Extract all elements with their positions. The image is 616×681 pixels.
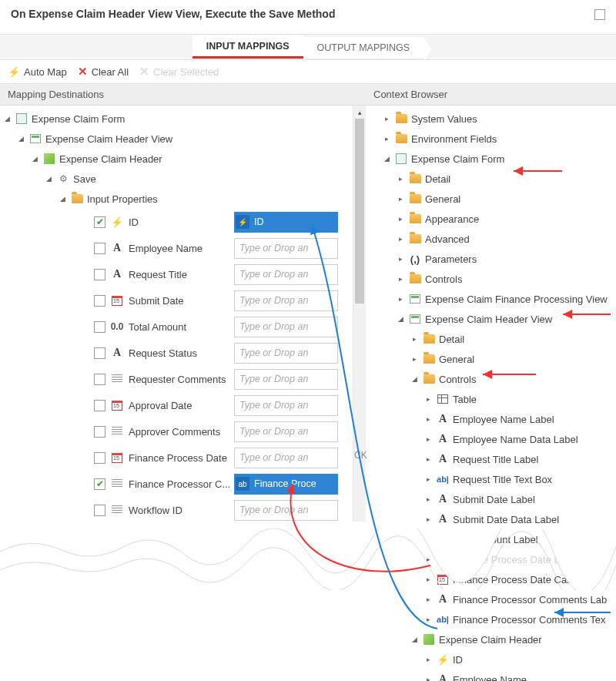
- ctx-control-item[interactable]: ▸ A Finance Processor Comments Lab: [369, 589, 616, 609]
- expand-icon[interactable]: ▸: [424, 475, 433, 483]
- ctx-smartobject[interactable]: ◢ Expense Claim Header: [369, 629, 616, 649]
- property-checkbox[interactable]: [94, 400, 105, 411]
- mapping-drop[interactable]: Type or Drop an: [234, 290, 338, 311]
- collapse-icon[interactable]: ◢: [397, 315, 405, 323]
- collapse-icon[interactable]: ◢: [3, 115, 12, 122]
- mapping-drop[interactable]: Type or Drop an: [234, 317, 338, 337]
- tree-label: Appearance: [425, 213, 479, 225]
- ctx-finance-view[interactable]: ▸ Expense Claim Finance Processing View: [369, 289, 616, 309]
- ctx-control-item[interactable]: ▸ A Employee Name Label: [369, 409, 616, 429]
- property-checkbox[interactable]: [94, 452, 105, 464]
- mapping-drop[interactable]: Type or Drop an: [234, 421, 338, 442]
- expand-icon[interactable]: ▸: [424, 435, 433, 443]
- tree-node-view[interactable]: ◢ Expense Claim Header View: [3, 129, 366, 149]
- tab-input-mappings[interactable]: INPUT MAPPINGS: [192, 35, 303, 59]
- expand-icon[interactable]: ▸: [397, 235, 405, 243]
- ctx-header-view[interactable]: ◢ Expense Claim Header View: [369, 309, 616, 329]
- property-checkbox[interactable]: [94, 374, 105, 385]
- expand-icon[interactable]: ▸: [424, 415, 433, 423]
- mapping-drop[interactable]: Type or Drop an: [234, 369, 338, 390]
- collapse-icon[interactable]: ◢: [17, 135, 25, 143]
- ctx-folder-detail[interactable]: ▸ Detail: [369, 329, 616, 349]
- ctx-form[interactable]: ◢ Expense Claim Form: [369, 149, 616, 169]
- ctx-control-item[interactable]: ▸ A Request Title Label: [369, 449, 616, 469]
- expand-icon[interactable]: ▸: [424, 495, 433, 503]
- ctx-folder-advanced[interactable]: ▸ Advanced: [369, 229, 616, 249]
- expand-icon[interactable]: ▸: [424, 616, 433, 623]
- ctx-parameters[interactable]: ▸ (,) Parameters: [369, 249, 616, 269]
- expand-icon[interactable]: ▸: [397, 215, 405, 223]
- expand-icon[interactable]: ▸: [424, 575, 433, 583]
- ctx-so-field[interactable]: ▸ A Employee Name: [369, 669, 616, 681]
- automap-button[interactable]: ⚡ Auto Map: [8, 66, 67, 78]
- expand-icon[interactable]: ▸: [397, 255, 405, 263]
- ctx-folder-general[interactable]: ▸ General: [369, 349, 616, 369]
- tab-output-mappings[interactable]: OUTPUT MAPPINGS: [303, 37, 424, 58]
- ctx-control-item[interactable]: ▸ Table: [369, 389, 616, 409]
- ctx-control-item[interactable]: ▸ A Employee Name Data Label: [369, 429, 616, 449]
- tree-node-form[interactable]: ◢ Expense Claim Form: [3, 109, 366, 129]
- expand-icon[interactable]: ▸: [424, 595, 433, 603]
- property-checkbox[interactable]: ✔: [94, 216, 105, 228]
- scroll-thumb[interactable]: [355, 119, 364, 304]
- expand-icon[interactable]: ▸: [424, 515, 433, 523]
- ctx-folder-general[interactable]: ▸ General: [369, 189, 616, 209]
- collapse-icon[interactable]: ◢: [59, 195, 67, 203]
- property-checkbox[interactable]: [94, 321, 105, 333]
- ctx-controls-top[interactable]: ▸ Controls: [369, 269, 616, 289]
- mapping-drop[interactable]: Type or Drop an: [234, 343, 338, 364]
- clear-all-button[interactable]: ✕ Clear All: [78, 65, 129, 79]
- property-checkbox[interactable]: [94, 295, 105, 307]
- property-checkbox[interactable]: [94, 243, 105, 254]
- ctx-controls[interactable]: ◢ Controls: [369, 369, 616, 389]
- property-checkbox[interactable]: [94, 426, 105, 438]
- property-checkbox[interactable]: [94, 347, 105, 359]
- mapping-drop[interactable]: Type or Drop an: [234, 395, 338, 416]
- ctx-control-item[interactable]: ▸ A Finance Process Date Label: [369, 549, 616, 569]
- collapse-icon[interactable]: ◢: [31, 155, 39, 163]
- ctx-folder-detail[interactable]: ▸ Detail: [369, 169, 616, 189]
- collapse-icon[interactable]: ◢: [383, 155, 391, 163]
- expand-icon[interactable]: ▸: [383, 135, 391, 143]
- expand-icon[interactable]: ▸: [397, 295, 405, 303]
- ctx-control-item[interactable]: ▸ ab| Finance Processor Comments Tex: [369, 609, 616, 629]
- property-checkbox[interactable]: ✔: [94, 478, 105, 490]
- maximize-icon[interactable]: [594, 9, 605, 20]
- collapse-icon[interactable]: ◢: [410, 636, 419, 643]
- expand-icon[interactable]: ▸: [397, 275, 405, 283]
- ctx-environment-fields[interactable]: ▸ Environment Fields: [369, 129, 616, 149]
- expand-icon[interactable]: ▸: [424, 555, 433, 563]
- ctx-folder-appearance[interactable]: ▸ Appearance: [369, 209, 616, 229]
- mapping-drop[interactable]: abFinance Proce: [234, 474, 338, 495]
- tree-node-input-properties[interactable]: ◢ Input Properties: [3, 189, 366, 209]
- ctx-control-item[interactable]: ▸ Finance Process Date Calendar: [369, 569, 616, 589]
- mapping-drop[interactable]: Type or Drop an: [234, 500, 338, 521]
- scroll-up-icon[interactable]: ▴: [353, 106, 366, 119]
- expand-icon[interactable]: ▸: [424, 395, 433, 403]
- expand-icon[interactable]: ▸: [424, 535, 433, 543]
- mapping-drop[interactable]: Type or Drop an: [234, 448, 338, 468]
- ctx-control-item[interactable]: ▸ A Submit Date Label: [369, 489, 616, 509]
- ctx-so-field[interactable]: ▸ ⚡ ID: [369, 649, 616, 669]
- collapse-icon[interactable]: ◢: [410, 375, 419, 383]
- expand-icon[interactable]: ▸: [383, 115, 391, 122]
- expand-icon[interactable]: ▸: [410, 335, 419, 343]
- tree-node-method[interactable]: ◢ ⚙ Save: [3, 169, 366, 189]
- expand-icon[interactable]: ▸: [410, 355, 419, 363]
- ctx-control-item[interactable]: ▸ A Submit Date Data Label: [369, 509, 616, 529]
- property-checkbox[interactable]: [94, 505, 105, 516]
- mapping-drop[interactable]: ⚡ID: [234, 212, 338, 233]
- tree-node-smartobject[interactable]: ◢ Expense Claim Header: [3, 149, 366, 169]
- ctx-control-item[interactable]: ▸ ab| Request Title Text Box: [369, 469, 616, 489]
- mapping-drop[interactable]: Type or Drop an: [234, 264, 338, 285]
- expand-icon[interactable]: ▸: [424, 656, 433, 663]
- expand-icon[interactable]: ▸: [424, 455, 433, 463]
- expand-icon[interactable]: ▸: [424, 676, 433, 681]
- property-checkbox[interactable]: [94, 269, 105, 280]
- mapping-drop[interactable]: Type or Drop an: [234, 238, 338, 259]
- expand-icon[interactable]: ▸: [397, 195, 405, 203]
- ctx-system-values[interactable]: ▸ System Values: [369, 109, 616, 129]
- collapse-icon[interactable]: ◢: [45, 175, 53, 183]
- ctx-control-item[interactable]: ▸ A Total Amount Label: [369, 529, 616, 549]
- expand-icon[interactable]: ▸: [397, 175, 405, 183]
